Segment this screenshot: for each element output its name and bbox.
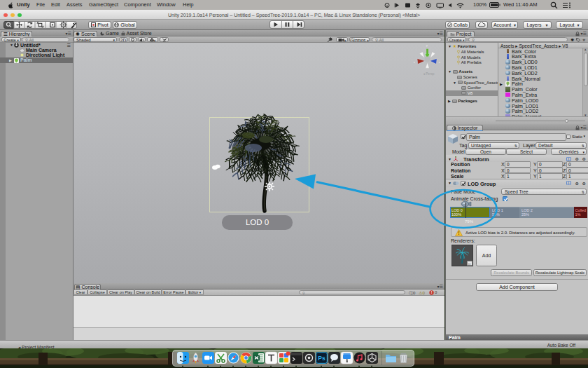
svg-text:Ps: Ps — [318, 355, 326, 362]
